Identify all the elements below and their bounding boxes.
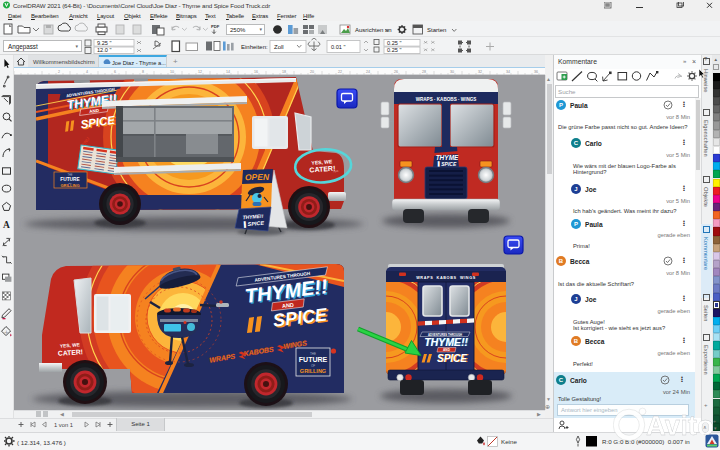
svg-text:36: 36 xyxy=(534,70,538,74)
svg-text:9.25 ": 9.25 " xyxy=(97,40,111,46)
svg-text:22: 22 xyxy=(338,70,342,74)
svg-text:16: 16 xyxy=(254,70,258,74)
svg-text:A: A xyxy=(3,220,10,230)
svg-text:12: 12 xyxy=(198,70,202,74)
svg-text:34: 34 xyxy=(506,70,510,74)
svg-text:Avito: Avito xyxy=(646,410,714,441)
svg-text:GRILLING: GRILLING xyxy=(60,183,79,188)
svg-text:18: 18 xyxy=(282,70,286,74)
svg-text:0.25 ": 0.25 " xyxy=(387,40,401,46)
svg-text:0.01 ": 0.01 " xyxy=(331,44,345,50)
svg-text:0.25 ": 0.25 " xyxy=(387,47,401,53)
svg-text:32: 32 xyxy=(478,70,482,74)
svg-text:( 12.314, 13.476 ): ( 12.314, 13.476 ) xyxy=(17,439,66,446)
svg-text:24: 24 xyxy=(366,70,370,74)
svg-text:26: 26 xyxy=(394,70,398,74)
svg-text:28: 28 xyxy=(422,70,426,74)
svg-text:10: 10 xyxy=(170,70,174,74)
svg-text:WRAPS · KABOBS · WINGS: WRAPS · KABOBS · WINGS xyxy=(416,97,477,102)
svg-text:GRILLING: GRILLING xyxy=(300,368,326,374)
svg-text:12.0 ": 12.0 " xyxy=(97,47,111,53)
svg-text:Starten: Starten xyxy=(427,27,446,33)
svg-text:14: 14 xyxy=(226,70,230,74)
svg-text:PDF: PDF xyxy=(211,24,220,29)
svg-text:20: 20 xyxy=(310,70,314,74)
svg-text:6: 6 xyxy=(114,70,116,74)
svg-text:1 von 1: 1 von 1 xyxy=(54,422,73,428)
svg-text:OPEN: OPEN xyxy=(245,172,270,182)
svg-text:Einheiten:: Einheiten: xyxy=(241,44,268,50)
svg-text:FUTURE: FUTURE xyxy=(299,356,328,363)
svg-text:.com: .com xyxy=(333,170,339,173)
svg-text:WRAPS KABOBS WINGS: WRAPS KABOBS WINGS xyxy=(416,276,476,280)
svg-text:30: 30 xyxy=(450,70,454,74)
svg-text:THYME!!: THYME!! xyxy=(424,336,468,348)
svg-text:Keine: Keine xyxy=(501,438,517,445)
svg-text:OF: OF xyxy=(311,364,315,368)
svg-text:8: 8 xyxy=(142,70,144,74)
svg-text:▌SPICE: ▌SPICE xyxy=(438,161,457,168)
svg-text:Zoll: Zoll xyxy=(274,44,284,50)
svg-text:4: 4 xyxy=(86,70,88,74)
svg-text:2: 2 xyxy=(58,70,60,74)
